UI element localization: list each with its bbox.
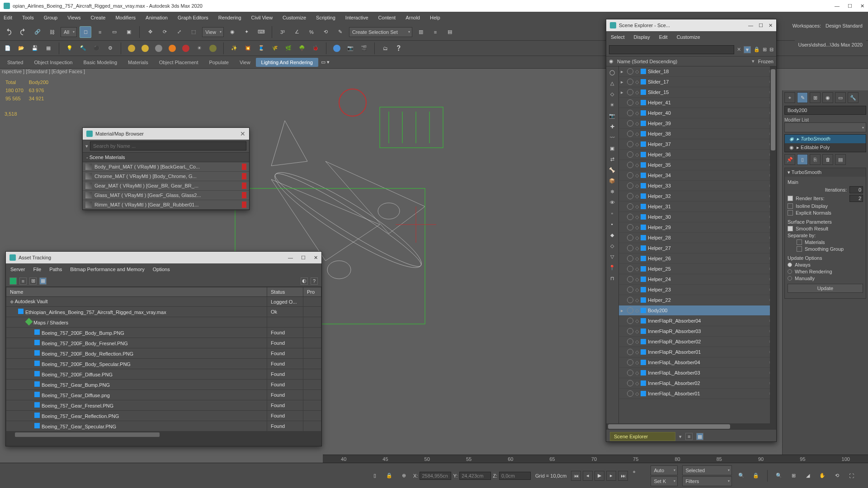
scene-node-row[interactable]: ◇InnerFlapL_Absorber04❄ bbox=[619, 357, 776, 368]
undo-icon[interactable] bbox=[3, 26, 14, 38]
visibility-icon[interactable] bbox=[627, 245, 633, 251]
scene-node-row[interactable]: ◇Helper_25❄ bbox=[619, 264, 776, 274]
misc2-icon[interactable]: ▪ bbox=[607, 219, 617, 229]
visibility-icon[interactable] bbox=[627, 286, 633, 293]
asset-menu-options[interactable]: Options bbox=[153, 267, 170, 272]
asset-row[interactable]: Boeing_757_Gear_Bump.PNGFound bbox=[6, 380, 321, 390]
layer-icon[interactable]: ◇ bbox=[635, 277, 639, 282]
visibility-icon[interactable] bbox=[627, 235, 633, 241]
scene-node-row[interactable]: ◇Helper_40❄ bbox=[619, 108, 776, 118]
open-icon[interactable]: 📂 bbox=[16, 43, 26, 53]
asset-row[interactable]: Boeing_757_Gear_Reflection.PNGFound bbox=[6, 411, 321, 421]
scene-node-row[interactable]: ◇Helper_26❄ bbox=[619, 253, 776, 264]
close-icon[interactable]: ✕ bbox=[769, 23, 773, 28]
yellow-sphere-icon[interactable] bbox=[127, 43, 137, 53]
asset-row[interactable]: ◆ Autodesk VaultLogged O... bbox=[6, 297, 321, 307]
bones-icon[interactable]: 🦴 bbox=[607, 165, 617, 175]
misc4-icon[interactable]: ◇ bbox=[607, 241, 617, 251]
menu-group[interactable]: Group bbox=[44, 15, 58, 20]
shapes-icon[interactable]: ◇ bbox=[607, 89, 617, 99]
scene-node-row[interactable]: ◇InnerFlapR_Absorber03❄ bbox=[619, 326, 776, 337]
expand-arrow-icon[interactable]: ▸ bbox=[621, 89, 625, 95]
layer-icon[interactable]: ◇ bbox=[635, 391, 639, 397]
material-search-input[interactable] bbox=[90, 141, 246, 150]
scene-node-row[interactable]: ◇Helper_32❄ bbox=[619, 191, 776, 202]
visibility-icon[interactable] bbox=[627, 89, 633, 95]
ribbon-tab-basic-modeling[interactable]: Basic Modeling bbox=[78, 58, 123, 67]
visibility-icon[interactable] bbox=[627, 99, 633, 106]
gray-sphere-icon[interactable] bbox=[154, 43, 164, 53]
isoline-checkbox[interactable] bbox=[788, 203, 793, 209]
pin-stack-icon[interactable]: 📌 bbox=[784, 154, 795, 165]
spacewarps-icon[interactable]: 〰 bbox=[607, 132, 617, 142]
layer-icon[interactable]: ◇ bbox=[635, 328, 639, 334]
rect-region-icon[interactable]: ▭ bbox=[108, 26, 120, 38]
col-name[interactable]: Name bbox=[6, 287, 267, 297]
ribbon-tab-object-inspection[interactable]: Object Inspection bbox=[28, 58, 78, 67]
menu-civil-view[interactable]: Civil View bbox=[251, 15, 273, 20]
layer-icon[interactable]: ◇ bbox=[635, 297, 639, 303]
scene-node-row[interactable]: ▸◇Slider_17❄ bbox=[619, 77, 776, 87]
scene-node-row[interactable]: ▸◇Body200❄ bbox=[619, 305, 776, 316]
unlink-icon[interactable]: ⛓ bbox=[46, 26, 58, 38]
play-icon[interactable]: ▶ bbox=[594, 471, 604, 481]
layer-icon[interactable]: ◇ bbox=[635, 339, 639, 345]
asset-tracking-window[interactable]: Asset Tracking — ☐ ✕ ServerFilePathsBitm… bbox=[5, 251, 322, 446]
layer-icon[interactable]: ◇ bbox=[635, 225, 639, 230]
gears-icon[interactable]: ⚙ bbox=[105, 43, 115, 53]
modifier-item[interactable]: ◉ ▸ TurboSmooth bbox=[785, 135, 866, 143]
menu-tools[interactable]: Tools bbox=[22, 15, 34, 20]
layer-icon[interactable]: ◇ bbox=[635, 193, 639, 199]
material-browser-window[interactable]: Material/Map Browser ✕ ▾ - Scene Materia… bbox=[82, 127, 250, 210]
visibility-icon[interactable] bbox=[627, 131, 633, 137]
schematic-icon[interactable]: 🗂 bbox=[380, 43, 390, 53]
display-tab-icon[interactable]: ▭ bbox=[835, 92, 846, 103]
layer-icon[interactable]: ◇ bbox=[635, 131, 639, 137]
menu-scripting[interactable]: Scripting bbox=[316, 15, 335, 20]
lights-icon[interactable]: ☀ bbox=[607, 100, 617, 110]
misc6-icon[interactable]: ⊓ bbox=[607, 273, 617, 283]
visibility-icon[interactable] bbox=[627, 338, 633, 345]
visibility-icon[interactable] bbox=[627, 297, 633, 303]
placement-icon[interactable]: ⬚ bbox=[188, 26, 199, 38]
angle-snap-icon[interactable]: ∠ bbox=[291, 26, 303, 38]
layer-icon[interactable]: ◇ bbox=[635, 183, 639, 189]
visibility-icon[interactable] bbox=[627, 318, 633, 324]
menu-interactive[interactable]: Interactive bbox=[345, 15, 368, 20]
layer-icon[interactable]: ◇ bbox=[635, 79, 639, 85]
set-key-button[interactable]: Set K bbox=[651, 476, 678, 486]
expand-arrow-icon[interactable]: ▸ bbox=[621, 69, 625, 75]
green-sphere-icon[interactable] bbox=[208, 43, 218, 53]
layer-icon[interactable]: ◇ bbox=[635, 110, 639, 116]
visibility-icon[interactable] bbox=[627, 349, 633, 355]
scene-node-row[interactable]: ◇InnerFlapL_Absorber01❄ bbox=[619, 389, 776, 399]
se-menu-customize[interactable]: Customize bbox=[677, 34, 700, 40]
asset-menu-server[interactable]: Server bbox=[10, 267, 25, 272]
save-icon[interactable]: 💾 bbox=[30, 43, 40, 53]
tree-icon[interactable]: ⊞ bbox=[29, 277, 37, 285]
name-col-header[interactable]: Name (Sorted Descending) bbox=[617, 59, 748, 64]
render-setup-icon[interactable]: 📷 bbox=[345, 43, 355, 53]
lock-selection-icon[interactable]: ▯ bbox=[370, 471, 380, 481]
pan-icon[interactable]: ✋ bbox=[817, 471, 827, 481]
layer-icon[interactable]: ◇ bbox=[635, 380, 639, 386]
orbit-icon[interactable]: ⟲ bbox=[832, 471, 842, 481]
menu-help[interactable]: Help bbox=[430, 15, 440, 20]
close-icon[interactable]: ✕ bbox=[860, 3, 864, 9]
help-icon[interactable]: ❔ bbox=[394, 43, 404, 53]
make-unique-icon[interactable]: ⎘ bbox=[810, 154, 821, 165]
update-button[interactable]: Update bbox=[788, 284, 863, 293]
asset-row[interactable]: Boeing_757_200F_Body_Fresnel.PNGFound bbox=[6, 338, 321, 348]
visibility-icon[interactable] bbox=[627, 214, 633, 220]
minimize-icon[interactable]: — bbox=[288, 255, 293, 261]
layer-icon[interactable]: ◇ bbox=[635, 287, 639, 293]
rollout-title[interactable]: TurboSmooth bbox=[792, 169, 821, 175]
edit-named-icon[interactable]: ✎ bbox=[335, 26, 346, 38]
set-key-big-icon[interactable]: + bbox=[632, 469, 646, 483]
scene-node-row[interactable]: ◇Helper_28❄ bbox=[619, 233, 776, 243]
options-icon[interactable]: ◐ bbox=[301, 277, 308, 285]
ribbon-tab-view[interactable]: View bbox=[234, 58, 256, 67]
hidden-icon[interactable]: 👁 bbox=[607, 197, 617, 207]
layer-icon[interactable]: ◇ bbox=[635, 318, 639, 324]
scene-node-row[interactable]: ◇Helper_41❄ bbox=[619, 98, 776, 108]
